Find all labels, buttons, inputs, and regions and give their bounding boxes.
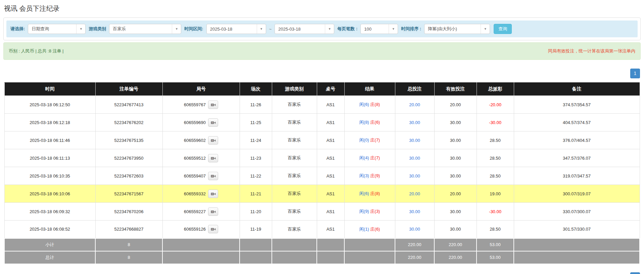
video-replay-button[interactable] [208, 190, 218, 198]
cell-total-bet-link[interactable]: 30.00 [395, 114, 434, 131]
result-player: 闲(0) [359, 138, 369, 143]
video-camera-icon [211, 138, 216, 143]
result-banker: 庄(8) [370, 191, 380, 196]
page-size-dropdown[interactable]: 100 ▼ [360, 24, 398, 34]
page-1-button[interactable]: 1 [630, 69, 640, 78]
cell-result: 闲(1) 庄(6) [344, 221, 395, 238]
cell-bet-no: 522347672603 [95, 167, 162, 185]
subtotal-total-bet: 220.00 [395, 238, 434, 251]
cell-total-bet-link[interactable]: 20.00 [395, 185, 434, 203]
time-sort-dropdown[interactable]: 降冪(由大到小) ▼ [424, 24, 490, 34]
cell-total-bet-link[interactable]: 30.00 [395, 149, 434, 167]
grandtotal-total-bet: 220.00 [395, 251, 434, 264]
cell-result: 闲(4) 庄(7) [344, 149, 395, 167]
table-header-row: 时间 注单编号 局号 场次 游戏类别 桌号 结果 总投注 有效投注 总派彩 备注 [4, 83, 640, 96]
cell-round-no: 606559332 [162, 185, 240, 203]
cell-table-no: AS1 [317, 96, 344, 114]
table-row: 2025-03-18 06:11:13 522347673950 6065595… [4, 149, 640, 167]
cell-payout: 28.50 [477, 167, 514, 185]
result-player: 闲(4) [359, 155, 369, 160]
round-number: 606559767 [184, 102, 206, 107]
grandtotal-payout: 53.00 [477, 251, 514, 264]
result-player: 闲(1) [359, 227, 369, 232]
table-row: 2025-03-18 06:11:46 522347675135 6065596… [4, 131, 640, 149]
date-from-picker[interactable]: 2025-03-18 ▼ [206, 24, 266, 34]
cell-session: 11-22 [240, 167, 272, 185]
page-1-button-bottom[interactable]: 1 [630, 272, 640, 274]
column-header-bet-no: 注单编号 [95, 83, 162, 96]
result-banker: 庄(7) [370, 155, 380, 160]
video-replay-button[interactable] [208, 154, 218, 162]
cell-bet-no: 522347675135 [95, 131, 162, 149]
cell-total-bet-link[interactable]: 30.00 [395, 131, 434, 149]
video-camera-icon [211, 156, 216, 160]
result-banker: 庄(7) [370, 138, 380, 143]
cell-remark: 300.07/319.07 [514, 185, 640, 203]
video-replay-button[interactable] [208, 118, 218, 127]
result-banker: 庄(6) [370, 227, 380, 232]
cell-time: 2025-03-18 06:11:46 [4, 131, 95, 149]
cell-time: 2025-03-18 06:10:06 [4, 185, 95, 203]
cell-time: 2025-03-18 06:08:52 [4, 221, 95, 238]
round-number: 606559126 [184, 227, 206, 232]
query-button[interactable]: 查询 [494, 24, 512, 34]
table-row: 2025-03-18 06:12:50 522347677413 6065597… [4, 96, 640, 114]
cell-game: 百家乐 [272, 131, 317, 149]
cell-round-no: 606559690 [162, 114, 240, 131]
cell-remark: 319.07/347.57 [514, 167, 640, 185]
currency-total-text: 币别 : 人民币 | 总共 :8 注单 | [9, 48, 64, 54]
cell-total-bet-link[interactable]: 30.00 [395, 221, 434, 238]
result-banker: 庄(3) [370, 209, 380, 214]
cell-valid-bet: 30.00 [434, 131, 477, 149]
video-replay-button[interactable] [208, 225, 218, 233]
cell-table-no: AS1 [317, 131, 344, 149]
cell-game: 百家乐 [272, 149, 317, 167]
chevron-down-icon: ▼ [76, 24, 85, 34]
result-banker: 庄(9) [370, 173, 380, 178]
chevron-down-icon: ▼ [481, 24, 490, 34]
video-replay-button[interactable] [208, 136, 218, 145]
video-replay-button[interactable] [208, 101, 218, 109]
cell-result: 闲(3) 庄(9) [344, 167, 395, 185]
cell-total-bet-link[interactable]: 20.00 [395, 96, 434, 114]
round-number: 606559690 [184, 120, 206, 125]
select-type-label: 请选择: [10, 26, 25, 32]
result-player: 闲(6) [359, 102, 369, 107]
chevron-down-icon: ▼ [325, 24, 334, 34]
cell-total-bet-link[interactable]: 30.00 [395, 203, 434, 221]
column-header-round-no: 局号 [162, 83, 240, 96]
column-header-total-bet: 总投注 [395, 83, 434, 96]
column-header-payout: 总派彩 [477, 83, 514, 96]
cell-payout: 19.00 [477, 185, 514, 203]
video-replay-button[interactable] [208, 172, 218, 180]
cell-session: 11-21 [240, 185, 272, 203]
chevron-down-icon: ▼ [172, 24, 181, 34]
cell-total-bet-link[interactable]: 30.00 [395, 167, 434, 185]
query-type-value: 日期查询 [28, 26, 76, 32]
table-row: 2025-03-18 06:12:18 522347676202 6065596… [4, 114, 640, 131]
page-size-value: 100 [361, 27, 389, 32]
cell-time: 2025-03-18 06:11:13 [4, 149, 95, 167]
cell-payout: -30.00 [477, 203, 514, 221]
pagination-bottom: 1 [4, 272, 640, 274]
video-replay-button[interactable] [208, 207, 218, 216]
range-separator: ~ [269, 27, 272, 32]
valid-bet-notice: 同局有效投注，统一计算在该局第一张注单内 [548, 48, 635, 54]
column-header-table-no: 桌号 [317, 83, 344, 96]
cell-session: 11-26 [240, 96, 272, 114]
query-type-dropdown[interactable]: 日期查询 ▼ [28, 24, 86, 34]
cell-table-no: AS1 [317, 221, 344, 238]
cell-bet-no: 522347673950 [95, 149, 162, 167]
time-range-label: 时间区间: [184, 26, 203, 32]
summary-bar: 币别 : 人民币 | 总共 :8 注单 | 同局有效投注，统一计算在该局第一张注… [3, 42, 641, 60]
column-header-time: 时间 [4, 83, 95, 96]
date-to-picker[interactable]: 2025-03-18 ▼ [275, 24, 334, 34]
cell-round-no: 606559227 [162, 203, 240, 221]
game-category-dropdown[interactable]: 百家乐 ▼ [109, 24, 181, 34]
pagination-top: 1 [4, 69, 640, 78]
video-camera-icon [211, 209, 216, 214]
cell-game: 百家乐 [272, 96, 317, 114]
video-camera-icon [211, 174, 216, 178]
column-header-remark: 备注 [514, 83, 640, 96]
round-number: 606559407 [184, 173, 206, 179]
